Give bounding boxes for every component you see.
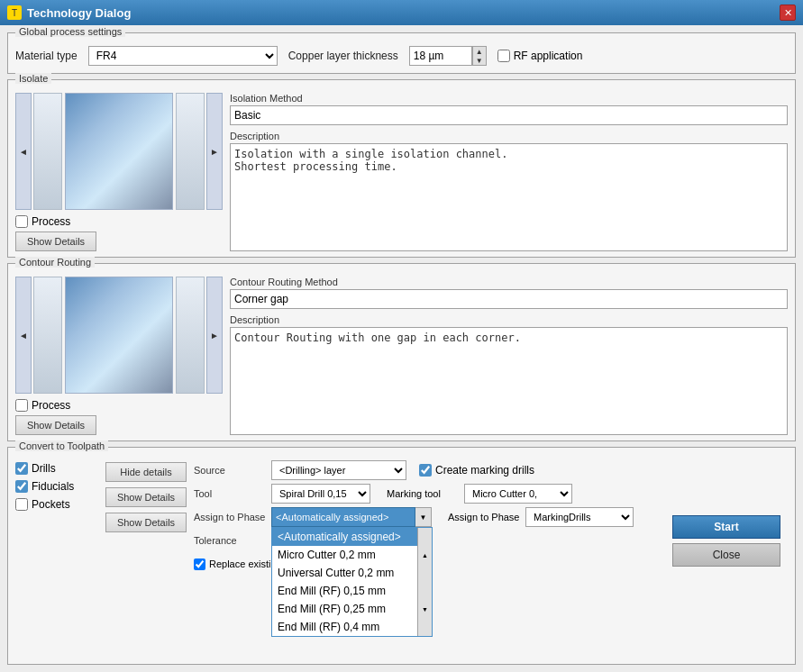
copper-thickness-label: Copper layer thickness [288,50,398,62]
drills-hide-details-btn[interactable]: Hide details [105,462,187,482]
fiducials-checkbox[interactable] [15,480,28,493]
tool-label: Tool [194,488,266,499]
source-label: Source [194,465,266,476]
contour-next-arrow[interactable]: ► [206,277,223,394]
dropdown-item-end-mill-025[interactable]: End Mill (RF) 0,25 mm [272,600,417,618]
contour-routing-label: Contour Routing [15,257,95,268]
convert-toolpath-group: Convert to Toolpath Drills Fiducials Poc… [7,447,796,665]
fiducials-label: Fiducials [32,480,74,493]
title-bar: T Technology Dialog ✕ [0,0,803,25]
rf-application-label: RF application [514,50,583,62]
assign-dropdown-arrow[interactable]: ▼ [415,507,432,527]
close-dialog-button[interactable]: Close [672,543,780,567]
dropdown-item-universal-cutter[interactable]: Universal Cutter 0,2 mm [272,564,417,582]
pockets-show-details-btn[interactable]: Show Details [105,513,187,532]
pockets-checkbox[interactable] [15,498,28,511]
material-type-label: Material type [15,50,78,62]
drills-label: Drills [32,462,56,475]
isolate-img-main [65,93,173,210]
isolate-description-label: Description [230,131,788,141]
isolate-next-arrow[interactable]: ► [206,93,223,210]
assign-phase-right-label: Assign to Phase [448,512,520,522]
contour-img-right [176,277,205,394]
tool-select[interactable]: Spiral Drill 0,15 [271,484,370,504]
dialog-title: Technology Dialog [27,6,131,20]
global-settings-group: Global process settings Material type FR… [7,32,796,74]
contour-process-checkbox[interactable] [15,399,28,412]
isolate-img-left [33,93,62,210]
dropdown-item-auto[interactable]: <Automatically assigned> [272,528,417,546]
isolate-prev-arrow[interactable]: ◄ [15,93,32,210]
rf-application-checkbox[interactable] [497,50,510,62]
isolate-description-box[interactable]: Isolation with a single isolation channe… [230,143,788,251]
contour-description-label: Description [230,314,788,325]
marking-tool-label: Marking tool [387,488,459,499]
isolate-label: Isolate [15,73,51,84]
copper-thickness-up[interactable]: ▲ [473,47,486,56]
contour-img-left [33,277,62,394]
dropdown-item-end-mill-04[interactable]: End Mill (RF) 0,4 mm [272,618,417,636]
create-marking-drills-wrap[interactable]: Create marking drills [419,464,534,477]
contour-description-box[interactable]: Contour Routing with one gap in each cor… [230,327,788,435]
bottom-buttons: Start Close [672,515,780,567]
isolate-show-details-btn[interactable]: Show Details [15,232,96,251]
replace-existing-checkbox[interactable] [194,558,205,570]
dropdown-item-end-mill-015[interactable]: End Mill (RF) 0,15 mm [272,582,417,600]
drills-checkbox-wrap[interactable]: Drills [15,462,56,475]
assign-to-phase-input[interactable] [271,507,415,527]
fiducials-show-details-btn[interactable]: Show Details [105,487,187,507]
isolate-process-label: Process [32,215,70,228]
contour-img-main [65,277,173,394]
pockets-label: Pockets [32,498,70,511]
dropdown-scroll-down[interactable]: ▼ [418,582,432,636]
create-marking-drills-checkbox[interactable] [419,464,432,477]
assign-phase-label: Assign to Phase [194,512,266,522]
window-close-button[interactable]: ✕ [780,5,796,21]
start-button[interactable]: Start [672,515,780,539]
isolate-img-right [176,93,205,210]
contour-method-label: Contour Routing Method [230,277,788,287]
assign-phase-right-select[interactable]: MarkingDrills [525,507,634,527]
marking-tool-select[interactable]: Micro Cutter 0, [464,484,572,504]
dropdown-scroll-up[interactable]: ▲ [418,528,432,582]
source-select[interactable]: <Drilling> layer [271,460,406,480]
dropdown-item-micro-cutter[interactable]: Micro Cutter 0,2 mm [272,546,417,564]
global-settings-label: Global process settings [15,26,125,37]
copper-thickness-down[interactable]: ▼ [473,56,486,65]
drills-checkbox[interactable] [15,462,28,475]
convert-toolpath-label: Convert to Toolpath [15,440,108,451]
contour-process-checkbox-wrap[interactable]: Process [15,399,96,412]
isolate-group: Isolate ◄ ► Process [7,79,796,258]
material-type-select[interactable]: FR4 FR2 Aluminum Ceramic [88,46,278,66]
contour-prev-arrow[interactable]: ◄ [15,277,32,394]
create-marking-drills-label: Create marking drills [435,464,534,477]
contour-routing-group: Contour Routing ◄ ► Process [7,263,796,441]
isolation-method-input[interactable]: Basic [230,105,788,125]
dialog-body: Global process settings Material type FR… [0,25,803,672]
app-icon: T [7,5,22,20]
isolate-right-panel: Isolation Method Basic Description Isola… [230,93,788,251]
contour-show-details-btn[interactable]: Show Details [15,415,96,435]
isolate-carousel: ◄ ► [15,93,223,210]
contour-carousel: ◄ ► [15,277,223,394]
assign-phase-dropdown: <Automatically assigned> Micro Cutter 0,… [271,527,433,637]
tolerance-label: Tolerance [194,535,266,546]
isolate-process-checkbox-wrap[interactable]: Process [15,215,96,228]
pockets-checkbox-wrap[interactable]: Pockets [15,498,105,511]
contour-right-panel: Contour Routing Method Corner gap Descri… [230,277,788,435]
copper-thickness-input[interactable]: 18 µm [409,46,472,66]
contour-process-label: Process [32,399,70,412]
copper-thickness-spinner: 18 µm ▲ ▼ [409,46,487,66]
isolation-method-label: Isolation Method [230,93,788,104]
isolate-process-checkbox[interactable] [15,215,28,228]
fiducials-checkbox-wrap[interactable]: Fiducials [15,480,105,493]
contour-method-input[interactable]: Corner gap [230,289,788,309]
rf-application-checkbox-wrap[interactable]: RF application [497,50,583,62]
